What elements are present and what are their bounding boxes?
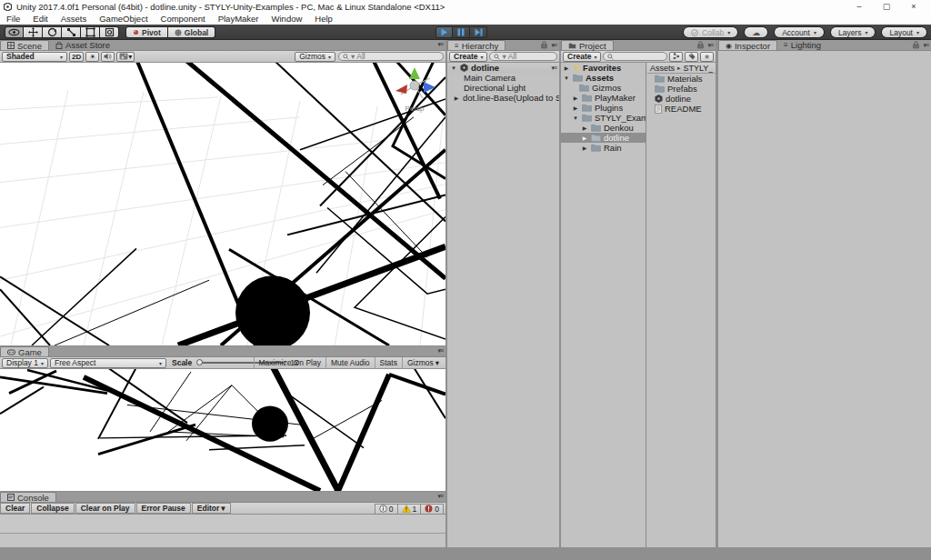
scene-search-input[interactable]: ▾ All [338, 52, 444, 61]
display-dropdown[interactable]: Display 1 ▾ [2, 358, 48, 368]
expand-arrow-icon[interactable]: ▶ [572, 105, 579, 111]
stats-toggle[interactable]: Stats [375, 357, 402, 369]
tree-item-plugins[interactable]: ▶ Plugins [561, 103, 646, 113]
error-filter-toggle[interactable]: 0 [420, 504, 444, 515]
aspect-dropdown[interactable]: Free Aspect ▾ [50, 358, 166, 368]
pause-button[interactable] [453, 26, 470, 38]
tab-inspector[interactable]: ◉ Inspector [718, 40, 777, 50]
scene-lighting-toggle[interactable]: ☀ [85, 52, 99, 62]
file-item-materials[interactable]: Materials [647, 74, 716, 84]
panel-menu-icon[interactable]: ▾≡ [437, 347, 443, 355]
breadcrumb-assets[interactable]: Assets [650, 64, 675, 73]
tab-asset-store[interactable]: Asset Store [49, 40, 116, 50]
lock-icon[interactable] [913, 41, 919, 49]
game-viewport[interactable] [0, 369, 445, 491]
menu-file[interactable]: File [0, 13, 26, 25]
project-search-input[interactable] [603, 52, 667, 61]
panel-menu-icon[interactable]: ▾≡ [437, 493, 443, 500]
scale-tool-button[interactable] [62, 26, 81, 38]
pivot-toggle-button[interactable]: Pivot [125, 26, 168, 38]
expand-arrow-icon[interactable]: ▶ [453, 95, 460, 101]
tree-item-playmaker[interactable]: ▶ PlayMaker [561, 93, 646, 103]
error-pause-toggle[interactable]: Error Pause [136, 503, 191, 514]
tree-item-rain[interactable]: ▶ Rain [561, 143, 646, 153]
tree-item-assets[interactable]: ▼ Assets [561, 73, 646, 83]
layout-dropdown[interactable]: Layout ▾ [881, 26, 927, 38]
panel-menu-icon[interactable]: ▾≡ [707, 42, 713, 49]
hierarchy-search-input[interactable]: ▾ All [489, 52, 557, 61]
close-button[interactable]: × [900, 0, 927, 13]
menu-help[interactable]: Help [308, 13, 339, 25]
editor-dropdown[interactable]: Editor ▾ [192, 503, 231, 514]
scene-audio-toggle[interactable] [101, 52, 115, 62]
scene-effects-dropdown[interactable]: ▾ [116, 52, 135, 62]
menu-window[interactable]: Window [265, 13, 309, 25]
hierarchy-create-dropdown[interactable]: Create ▾ [449, 52, 487, 62]
hierarchy-item-main-camera[interactable]: Main Camera [447, 73, 559, 83]
panel-menu-icon[interactable]: ▾≡ [551, 42, 556, 49]
expand-arrow-icon[interactable]: ▶ [581, 125, 588, 131]
scene-orientation-gizmo[interactable]: Persp [388, 65, 441, 115]
expand-arrow-icon[interactable]: ▼ [563, 75, 570, 81]
game-gizmos-dropdown[interactable]: Gizmos ▾ [402, 357, 444, 369]
panel-menu-icon[interactable]: ▾≡ [437, 41, 443, 48]
tab-game[interactable]: Game [0, 346, 49, 356]
minimize-button[interactable]: – [846, 0, 873, 13]
expand-arrow-icon[interactable]: ▶ [581, 135, 588, 141]
layers-dropdown[interactable]: Layers ▾ [830, 26, 876, 38]
play-button[interactable] [435, 26, 453, 38]
mute-audio-toggle[interactable]: Mute Audio [325, 357, 375, 369]
global-toggle-button[interactable]: Global [168, 26, 215, 38]
restore-button[interactable]: ▢ [873, 0, 900, 13]
scene-viewport[interactable]: Persp [0, 63, 445, 345]
2d-toggle-button[interactable]: 2D [69, 52, 84, 62]
expand-arrow-icon[interactable]: ▶ [572, 95, 579, 101]
hand-tool-button[interactable] [5, 26, 24, 38]
breadcrumb-current[interactable]: STYLY_Examples [684, 64, 713, 73]
clear-button[interactable]: Clear [0, 503, 30, 514]
favorites-star-button[interactable]: ★ [700, 52, 714, 62]
menu-playmaker[interactable]: PlayMaker [212, 13, 265, 25]
menu-assets[interactable]: Assets [55, 13, 94, 25]
menu-edit[interactable]: Edit [26, 13, 54, 25]
tree-item-denkou[interactable]: ▶ Denkou [561, 123, 646, 133]
transform-tool-button[interactable] [100, 26, 119, 38]
collab-button[interactable]: Collab ▾ [683, 26, 738, 38]
step-button[interactable] [470, 26, 487, 38]
panel-menu-icon[interactable]: ▾≡ [923, 42, 928, 49]
menu-gameobject[interactable]: GameObject [93, 13, 154, 25]
expand-arrow-icon[interactable]: ▼ [450, 65, 457, 71]
warning-filter-toggle[interactable]: 1 [397, 504, 422, 515]
expand-arrow-icon[interactable]: ▼ [572, 115, 579, 121]
hierarchy-item-directional-light[interactable]: Directional Light [447, 83, 559, 93]
tab-console[interactable]: Console [0, 492, 56, 502]
maximize-on-play-toggle[interactable]: Maximize On Play [254, 357, 326, 369]
perspective-label[interactable]: Persp [388, 105, 441, 113]
tab-project[interactable]: Project [561, 40, 614, 50]
info-filter-toggle[interactable]: 0 [375, 504, 398, 515]
expand-arrow-icon[interactable]: ▶ [563, 65, 570, 71]
account-dropdown[interactable]: Account ▾ [774, 26, 825, 38]
scene-header-row[interactable]: ▼ dotline ▾≡ [447, 63, 559, 73]
lock-icon[interactable] [541, 41, 547, 49]
draw-mode-dropdown[interactable]: Shaded ▾ [2, 52, 67, 62]
scene-context-menu-icon[interactable]: ▾≡ [551, 65, 556, 72]
clear-on-play-toggle[interactable]: Clear on Play [75, 503, 135, 514]
hierarchy-item-dotline-base[interactable]: ▶ dot.line-Base(Upload to STYLY [447, 93, 559, 103]
tree-item-dotline[interactable]: ▶ dotline [561, 133, 646, 143]
menu-component[interactable]: Component [155, 13, 212, 25]
console-log-area[interactable] [0, 515, 445, 534]
tab-lighting[interactable]: ≡ Lighting [777, 40, 827, 50]
cloud-button[interactable]: ☁ [744, 26, 768, 38]
tab-scene[interactable]: Scene [0, 40, 49, 50]
file-item-readme[interactable]: README [647, 104, 716, 114]
tab-hierarchy[interactable]: ≡ Hierarchy [447, 40, 506, 50]
file-item-prefabs[interactable]: Prefabs [647, 84, 716, 94]
project-create-dropdown[interactable]: Create ▾ [563, 52, 601, 62]
tree-item-gizmos[interactable]: Gizmos [561, 83, 646, 93]
rotate-tool-button[interactable] [43, 26, 62, 38]
lock-icon[interactable] [697, 41, 704, 49]
tree-item-styly-examples[interactable]: ▼ STYLY_Examples [561, 113, 646, 123]
collapse-toggle[interactable]: Collapse [31, 503, 74, 514]
scene-gizmos-dropdown[interactable]: Gizmos ▾ [295, 52, 335, 62]
